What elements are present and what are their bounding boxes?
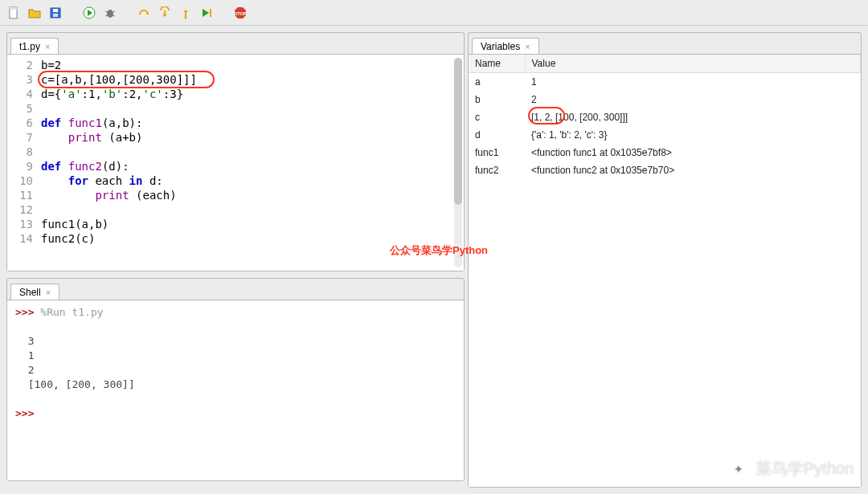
stop-button[interactable]: STOP bbox=[231, 4, 249, 22]
variables-tab[interactable]: Variables × bbox=[472, 38, 539, 55]
col-header-value[interactable]: Value bbox=[525, 55, 861, 73]
resume-button[interactable] bbox=[198, 4, 215, 22]
svg-text:STOP: STOP bbox=[234, 11, 247, 16]
shell-tab-label: Shell bbox=[19, 287, 41, 298]
editor-tab-label: t1.py bbox=[19, 41, 40, 52]
svg-rect-4 bbox=[53, 14, 58, 17]
watermark-center: 公众号菜鸟学Python bbox=[390, 243, 488, 258]
svg-rect-1 bbox=[10, 7, 17, 10]
run-button[interactable] bbox=[80, 4, 98, 22]
table-row[interactable]: d{'a': 1, 'b': 2, 'c': 3} bbox=[469, 126, 861, 144]
table-row[interactable]: a1 bbox=[469, 73, 861, 92]
watermark-bottom: ✦ 菜鸟学Python bbox=[728, 458, 854, 480]
variables-tab-label: Variables bbox=[481, 41, 520, 52]
table-row[interactable]: b2 bbox=[469, 91, 861, 108]
scrollbar[interactable] bbox=[454, 58, 462, 267]
step-over-button[interactable] bbox=[135, 4, 153, 22]
step-into-button[interactable] bbox=[156, 4, 174, 22]
close-icon[interactable]: × bbox=[45, 42, 50, 51]
variables-panel: Variables × Name Value a1 b2 c[1, 2 bbox=[468, 32, 862, 488]
shell-tabbar: Shell × bbox=[7, 279, 464, 300]
editor-tabbar: t1.py × bbox=[7, 33, 464, 54]
svg-rect-12 bbox=[210, 9, 211, 17]
shell-panel: Shell × >>> %Run t1.py 3 1 2 [100, [200,… bbox=[6, 278, 465, 481]
variables-tabbar: Variables × bbox=[469, 33, 861, 54]
table-row[interactable]: func1<function func1 at 0x1035e7bf8> bbox=[469, 144, 861, 161]
code-content[interactable]: b=2 c=[a,b,[100,[200,300]]] d={'a':1,'b'… bbox=[41, 58, 464, 246]
col-header-name[interactable]: Name bbox=[469, 55, 525, 73]
table-row[interactable]: c[1, 2, [100, [200, 300]]] bbox=[469, 108, 861, 126]
table-row[interactable]: func2<function func2 at 0x1035e7b70> bbox=[469, 161, 861, 179]
right-column: Variables × Name Value a1 b2 c[1, 2 bbox=[465, 26, 868, 494]
left-column: t1.py × 2 3 4 5 6 7 8 9 10 bbox=[0, 26, 465, 494]
open-file-button[interactable] bbox=[26, 4, 43, 22]
variables-table: Name Value a1 b2 c[1, 2, [100, [200, 300… bbox=[469, 55, 861, 179]
toolbar: STOP bbox=[0, 0, 868, 26]
new-file-button[interactable] bbox=[5, 4, 23, 22]
save-button[interactable] bbox=[47, 4, 64, 22]
shell-body[interactable]: >>> %Run t1.py 3 1 2 [100, [200, 300]] >… bbox=[7, 300, 464, 480]
close-icon[interactable]: × bbox=[525, 42, 530, 51]
line-gutter: 2 3 4 5 6 7 8 9 10 11 12 13 14 bbox=[7, 58, 41, 246]
svg-rect-3 bbox=[53, 9, 58, 12]
wechat-icon: ✦ bbox=[728, 459, 749, 480]
editor-tab[interactable]: t1.py × bbox=[10, 38, 59, 55]
main-area: t1.py × 2 3 4 5 6 7 8 9 10 bbox=[0, 26, 868, 494]
debug-button[interactable] bbox=[101, 4, 119, 22]
svg-point-11 bbox=[185, 16, 187, 18]
close-icon[interactable]: × bbox=[46, 288, 51, 297]
editor-body[interactable]: 2 3 4 5 6 7 8 9 10 11 12 13 14 bbox=[7, 54, 464, 271]
svg-point-6 bbox=[107, 10, 113, 18]
editor-panel: t1.py × 2 3 4 5 6 7 8 9 10 bbox=[6, 32, 465, 271]
variables-body: Name Value a1 b2 c[1, 2, [100, [200, 300… bbox=[469, 54, 861, 487]
shell-tab[interactable]: Shell × bbox=[10, 284, 59, 300]
step-out-button[interactable] bbox=[177, 4, 194, 22]
